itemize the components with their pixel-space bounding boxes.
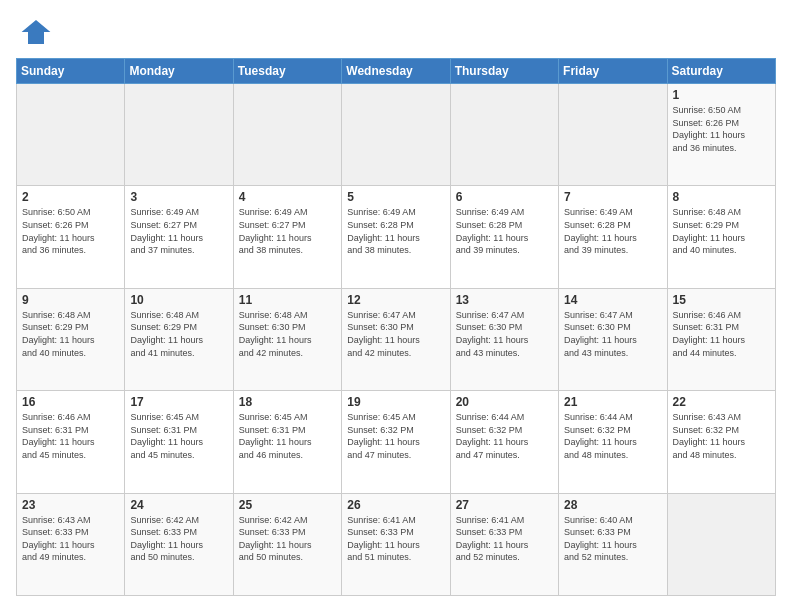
- weekday-thursday: Thursday: [450, 59, 558, 84]
- day-info: Sunrise: 6:48 AM Sunset: 6:29 PM Dayligh…: [673, 206, 770, 256]
- day-cell: 21Sunrise: 6:44 AM Sunset: 6:32 PM Dayli…: [559, 391, 667, 493]
- day-info: Sunrise: 6:44 AM Sunset: 6:32 PM Dayligh…: [456, 411, 553, 461]
- day-cell: 14Sunrise: 6:47 AM Sunset: 6:30 PM Dayli…: [559, 288, 667, 390]
- day-info: Sunrise: 6:50 AM Sunset: 6:26 PM Dayligh…: [673, 104, 770, 154]
- day-info: Sunrise: 6:41 AM Sunset: 6:33 PM Dayligh…: [347, 514, 444, 564]
- day-cell: 27Sunrise: 6:41 AM Sunset: 6:33 PM Dayli…: [450, 493, 558, 595]
- day-number: 11: [239, 293, 336, 307]
- day-info: Sunrise: 6:43 AM Sunset: 6:33 PM Dayligh…: [22, 514, 119, 564]
- week-row-0: 1Sunrise: 6:50 AM Sunset: 6:26 PM Daylig…: [17, 84, 776, 186]
- day-cell: 28Sunrise: 6:40 AM Sunset: 6:33 PM Dayli…: [559, 493, 667, 595]
- calendar-table: SundayMondayTuesdayWednesdayThursdayFrid…: [16, 58, 776, 596]
- day-cell: 4Sunrise: 6:49 AM Sunset: 6:27 PM Daylig…: [233, 186, 341, 288]
- day-number: 16: [22, 395, 119, 409]
- day-cell: 24Sunrise: 6:42 AM Sunset: 6:33 PM Dayli…: [125, 493, 233, 595]
- day-cell: 6Sunrise: 6:49 AM Sunset: 6:28 PM Daylig…: [450, 186, 558, 288]
- day-cell: 25Sunrise: 6:42 AM Sunset: 6:33 PM Dayli…: [233, 493, 341, 595]
- day-number: 25: [239, 498, 336, 512]
- weekday-sunday: Sunday: [17, 59, 125, 84]
- day-info: Sunrise: 6:46 AM Sunset: 6:31 PM Dayligh…: [673, 309, 770, 359]
- day-number: 20: [456, 395, 553, 409]
- day-number: 15: [673, 293, 770, 307]
- day-cell: 17Sunrise: 6:45 AM Sunset: 6:31 PM Dayli…: [125, 391, 233, 493]
- day-cell: 16Sunrise: 6:46 AM Sunset: 6:31 PM Dayli…: [17, 391, 125, 493]
- day-number: 12: [347, 293, 444, 307]
- day-info: Sunrise: 6:48 AM Sunset: 6:29 PM Dayligh…: [22, 309, 119, 359]
- day-number: 17: [130, 395, 227, 409]
- day-cell: 20Sunrise: 6:44 AM Sunset: 6:32 PM Dayli…: [450, 391, 558, 493]
- day-number: 21: [564, 395, 661, 409]
- day-cell: 23Sunrise: 6:43 AM Sunset: 6:33 PM Dayli…: [17, 493, 125, 595]
- day-number: 3: [130, 190, 227, 204]
- day-number: 5: [347, 190, 444, 204]
- day-info: Sunrise: 6:47 AM Sunset: 6:30 PM Dayligh…: [564, 309, 661, 359]
- day-info: Sunrise: 6:45 AM Sunset: 6:31 PM Dayligh…: [239, 411, 336, 461]
- day-info: Sunrise: 6:45 AM Sunset: 6:32 PM Dayligh…: [347, 411, 444, 461]
- day-info: Sunrise: 6:46 AM Sunset: 6:31 PM Dayligh…: [22, 411, 119, 461]
- day-info: Sunrise: 6:49 AM Sunset: 6:28 PM Dayligh…: [347, 206, 444, 256]
- day-cell: 12Sunrise: 6:47 AM Sunset: 6:30 PM Dayli…: [342, 288, 450, 390]
- day-number: 9: [22, 293, 119, 307]
- weekday-wednesday: Wednesday: [342, 59, 450, 84]
- day-number: 19: [347, 395, 444, 409]
- calendar-page: SundayMondayTuesdayWednesdayThursdayFrid…: [0, 0, 792, 612]
- weekday-tuesday: Tuesday: [233, 59, 341, 84]
- day-cell: [667, 493, 775, 595]
- day-cell: 26Sunrise: 6:41 AM Sunset: 6:33 PM Dayli…: [342, 493, 450, 595]
- day-number: 8: [673, 190, 770, 204]
- day-info: Sunrise: 6:42 AM Sunset: 6:33 PM Dayligh…: [239, 514, 336, 564]
- day-info: Sunrise: 6:48 AM Sunset: 6:30 PM Dayligh…: [239, 309, 336, 359]
- day-cell: 18Sunrise: 6:45 AM Sunset: 6:31 PM Dayli…: [233, 391, 341, 493]
- day-cell: 15Sunrise: 6:46 AM Sunset: 6:31 PM Dayli…: [667, 288, 775, 390]
- day-number: 4: [239, 190, 336, 204]
- day-cell: [342, 84, 450, 186]
- day-number: 13: [456, 293, 553, 307]
- week-row-1: 2Sunrise: 6:50 AM Sunset: 6:26 PM Daylig…: [17, 186, 776, 288]
- day-number: 6: [456, 190, 553, 204]
- day-cell: 2Sunrise: 6:50 AM Sunset: 6:26 PM Daylig…: [17, 186, 125, 288]
- day-cell: 9Sunrise: 6:48 AM Sunset: 6:29 PM Daylig…: [17, 288, 125, 390]
- day-cell: 22Sunrise: 6:43 AM Sunset: 6:32 PM Dayli…: [667, 391, 775, 493]
- day-cell: 3Sunrise: 6:49 AM Sunset: 6:27 PM Daylig…: [125, 186, 233, 288]
- header: [16, 16, 776, 48]
- day-cell: [233, 84, 341, 186]
- day-info: Sunrise: 6:43 AM Sunset: 6:32 PM Dayligh…: [673, 411, 770, 461]
- day-info: Sunrise: 6:49 AM Sunset: 6:28 PM Dayligh…: [456, 206, 553, 256]
- day-cell: 5Sunrise: 6:49 AM Sunset: 6:28 PM Daylig…: [342, 186, 450, 288]
- day-number: 28: [564, 498, 661, 512]
- day-info: Sunrise: 6:44 AM Sunset: 6:32 PM Dayligh…: [564, 411, 661, 461]
- day-info: Sunrise: 6:50 AM Sunset: 6:26 PM Dayligh…: [22, 206, 119, 256]
- weekday-saturday: Saturday: [667, 59, 775, 84]
- weekday-header-row: SundayMondayTuesdayWednesdayThursdayFrid…: [17, 59, 776, 84]
- day-cell: 1Sunrise: 6:50 AM Sunset: 6:26 PM Daylig…: [667, 84, 775, 186]
- day-cell: 11Sunrise: 6:48 AM Sunset: 6:30 PM Dayli…: [233, 288, 341, 390]
- day-number: 18: [239, 395, 336, 409]
- week-row-2: 9Sunrise: 6:48 AM Sunset: 6:29 PM Daylig…: [17, 288, 776, 390]
- day-info: Sunrise: 6:49 AM Sunset: 6:27 PM Dayligh…: [130, 206, 227, 256]
- day-info: Sunrise: 6:49 AM Sunset: 6:28 PM Dayligh…: [564, 206, 661, 256]
- day-info: Sunrise: 6:48 AM Sunset: 6:29 PM Dayligh…: [130, 309, 227, 359]
- logo: [16, 16, 52, 48]
- day-number: 26: [347, 498, 444, 512]
- day-info: Sunrise: 6:40 AM Sunset: 6:33 PM Dayligh…: [564, 514, 661, 564]
- logo-icon: [20, 16, 52, 48]
- day-info: Sunrise: 6:41 AM Sunset: 6:33 PM Dayligh…: [456, 514, 553, 564]
- day-cell: [559, 84, 667, 186]
- day-info: Sunrise: 6:47 AM Sunset: 6:30 PM Dayligh…: [347, 309, 444, 359]
- day-cell: 10Sunrise: 6:48 AM Sunset: 6:29 PM Dayli…: [125, 288, 233, 390]
- day-cell: [125, 84, 233, 186]
- day-number: 22: [673, 395, 770, 409]
- day-number: 7: [564, 190, 661, 204]
- svg-marker-0: [22, 20, 51, 44]
- day-cell: 19Sunrise: 6:45 AM Sunset: 6:32 PM Dayli…: [342, 391, 450, 493]
- day-cell: [17, 84, 125, 186]
- day-cell: 7Sunrise: 6:49 AM Sunset: 6:28 PM Daylig…: [559, 186, 667, 288]
- day-number: 2: [22, 190, 119, 204]
- weekday-friday: Friday: [559, 59, 667, 84]
- week-row-3: 16Sunrise: 6:46 AM Sunset: 6:31 PM Dayli…: [17, 391, 776, 493]
- day-info: Sunrise: 6:47 AM Sunset: 6:30 PM Dayligh…: [456, 309, 553, 359]
- day-number: 14: [564, 293, 661, 307]
- day-cell: 8Sunrise: 6:48 AM Sunset: 6:29 PM Daylig…: [667, 186, 775, 288]
- day-info: Sunrise: 6:45 AM Sunset: 6:31 PM Dayligh…: [130, 411, 227, 461]
- day-number: 24: [130, 498, 227, 512]
